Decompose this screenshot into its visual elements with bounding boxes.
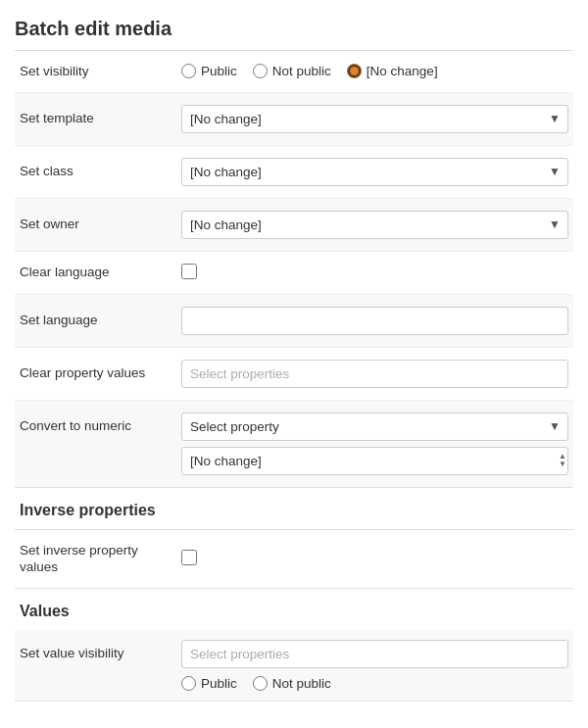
radio-not-public[interactable] (253, 64, 268, 78)
radio-no-change[interactable] (347, 64, 362, 78)
clear-language-checkbox[interactable] (181, 264, 197, 279)
convert-to-numeric-input-col: Select property ▼ (181, 413, 573, 441)
set-template-select[interactable]: [No change] (181, 105, 568, 133)
clear-property-values-label: Clear property values (15, 364, 181, 382)
value-radio-public-label[interactable]: Public (181, 676, 237, 691)
radio-public-label[interactable]: Public (181, 64, 237, 78)
set-template-select-wrapper: [No change] ▼ (181, 105, 568, 133)
set-visibility-label: Set visibility (15, 63, 181, 80)
page-title: Batch edit media (15, 10, 573, 51)
value-radio-public-text: Public (201, 676, 237, 691)
clear-language-label: Clear language (15, 264, 181, 281)
set-template-label: Set template (15, 110, 181, 127)
value-radio-not-public-text: Not public (272, 676, 331, 691)
value-radio-public[interactable] (181, 676, 196, 691)
set-owner-input-col: [No change] ▼ (181, 211, 573, 239)
set-value-visibility-bottom: Public Not public (15, 668, 573, 691)
clear-property-values-row: Clear property values (15, 348, 573, 401)
convert-to-numeric-bottom: [No change] ▲ ▼ (15, 441, 573, 475)
convert-to-numeric-sub-input-col: [No change] ▲ ▼ (181, 447, 573, 475)
radio-public-text: Public (201, 64, 237, 78)
inverse-properties-header: Inverse properties (15, 488, 573, 530)
set-inverse-row: Set inverse property values (15, 530, 573, 588)
value-radio-not-public[interactable] (253, 676, 268, 691)
value-radio-not-public-label[interactable]: Not public (253, 676, 331, 691)
set-class-label: Set class (15, 163, 181, 180)
set-owner-row: Set owner [No change] ▼ (15, 199, 573, 252)
convert-to-numeric-row: Convert to numeric Select property ▼ [No… (15, 401, 573, 487)
radio-no-change-label[interactable]: [No change] (347, 64, 438, 78)
set-inverse-checkbox[interactable] (181, 550, 197, 565)
convert-to-numeric-sub-select[interactable]: [No change] (181, 447, 568, 475)
form-section-main: Set visibility Public Not public [No cha… (15, 51, 573, 488)
set-language-row: Set language (15, 295, 573, 348)
set-inverse-label: Set inverse property values (15, 542, 181, 576)
radio-not-public-label[interactable]: Not public (253, 64, 331, 78)
values-form: Set value visibility Public Not public (15, 630, 573, 702)
set-language-input-col (181, 307, 573, 335)
convert-to-numeric-select-wrapper: Select property ▼ (181, 413, 568, 441)
inverse-properties-form: Set inverse property values (15, 530, 573, 589)
values-header: Values (15, 589, 573, 630)
visibility-radio-group: Public Not public [No change] (181, 64, 568, 78)
radio-no-change-text: [No change] (367, 64, 438, 78)
radio-not-public-text: Not public (272, 64, 331, 78)
clear-property-values-input[interactable] (181, 360, 568, 388)
page-container: Batch edit media Set visibility Public N… (0, 0, 588, 711)
set-owner-select-wrapper: [No change] ▼ (181, 211, 568, 239)
set-inverse-input-col (181, 550, 573, 568)
set-language-label: Set language (15, 312, 181, 329)
set-value-visibility-input[interactable] (181, 640, 568, 668)
set-class-select-wrapper: [No change] ▼ (181, 158, 568, 186)
set-value-visibility-top: Set value visibility (15, 640, 573, 668)
clear-language-input-col (181, 264, 573, 282)
inverse-properties-section: Inverse properties Set inverse property … (15, 488, 573, 589)
set-visibility-row: Set visibility Public Not public [No cha… (15, 51, 573, 93)
set-template-row: Set template [No change] ▼ (15, 93, 573, 146)
set-language-input[interactable] (181, 307, 568, 335)
set-class-input-col: [No change] ▼ (181, 158, 573, 186)
convert-to-numeric-sub-select-wrapper: [No change] ▲ ▼ (181, 447, 568, 475)
set-template-input-col: [No change] ▼ (181, 105, 573, 133)
set-value-visibility-label: Set value visibility (15, 645, 181, 662)
set-value-visibility-input-col (181, 640, 573, 668)
clear-language-row: Clear language (15, 252, 573, 295)
value-visibility-radio-group: Public Not public (181, 676, 331, 691)
radio-public[interactable] (181, 64, 196, 78)
set-owner-label: Set owner (15, 216, 181, 233)
values-section: Values Set value visibility Public (15, 589, 573, 702)
convert-to-numeric-label: Convert to numeric (15, 417, 181, 435)
set-class-select[interactable]: [No change] (181, 158, 568, 186)
convert-to-numeric-select[interactable]: Select property (181, 413, 568, 441)
set-value-visibility-row: Set value visibility Public Not public (15, 630, 573, 701)
clear-property-values-input-col (181, 360, 573, 388)
set-class-row: Set class [No change] ▼ (15, 146, 573, 199)
convert-to-numeric-top: Convert to numeric Select property ▼ (15, 413, 573, 441)
set-owner-select[interactable]: [No change] (181, 211, 568, 239)
set-visibility-input-col: Public Not public [No change] (181, 64, 573, 78)
